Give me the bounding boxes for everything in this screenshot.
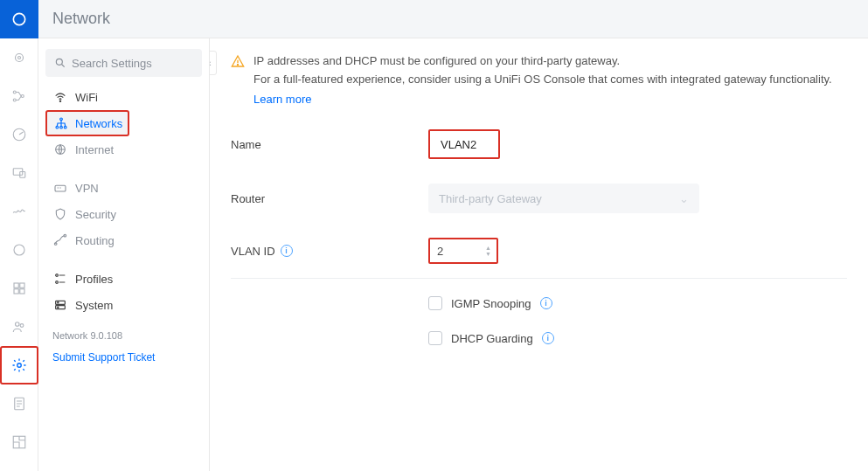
svg-point-20 [59, 100, 60, 101]
router-select: Third-party Gateway ⌄ [428, 184, 699, 213]
svg-point-19 [56, 59, 62, 65]
svg-rect-10 [14, 283, 18, 287]
svg-point-4 [13, 99, 16, 101]
svg-point-22 [56, 126, 59, 128]
svg-point-23 [60, 126, 63, 128]
svg-rect-13 [19, 289, 24, 294]
igmp-label: IGMP Snooping [451, 297, 531, 310]
svg-rect-26 [55, 185, 66, 191]
svg-point-1 [15, 54, 23, 62]
svg-point-24 [64, 126, 66, 128]
info-icon[interactable]: i [540, 297, 552, 309]
router-label: Router [231, 192, 428, 205]
svg-point-34 [58, 307, 59, 308]
rail-floorplan-icon[interactable] [0, 423, 38, 461]
rail-radar-icon[interactable] [0, 115, 38, 154]
globe-icon [52, 142, 68, 156]
svg-point-9 [14, 245, 24, 255]
profiles-icon [52, 272, 68, 286]
app-logo[interactable] [0, 0, 38, 38]
sidebar-item-label: WiFi [75, 91, 98, 104]
igmp-row[interactable]: IGMP Snooping i [428, 296, 847, 310]
vlan-label: VLAN ID [231, 245, 275, 258]
stepper-icon[interactable]: ▲▼ [485, 245, 491, 257]
dhcp-checkbox[interactable] [428, 331, 442, 345]
igmp-checkbox[interactable] [428, 296, 442, 310]
notice-line1: IP addresses and DHCP must be configured… [253, 54, 620, 67]
notice-line2: For a full-featured experience, consider… [253, 73, 832, 86]
network-icon [54, 116, 68, 130]
svg-point-3 [13, 91, 16, 94]
router-value: Third-party Gateway [439, 192, 542, 205]
svg-point-30 [56, 281, 59, 284]
warning-icon [231, 54, 245, 108]
search-icon [54, 57, 66, 69]
vlan-id-input[interactable]: 2 ▲▼ [428, 238, 498, 264]
rail-globe-icon[interactable] [0, 231, 38, 269]
dhcp-label: DHCP Guarding [451, 332, 533, 345]
svg-point-35 [237, 64, 238, 65]
svg-point-21 [60, 118, 63, 121]
routing-icon [52, 233, 68, 247]
shield-icon [52, 207, 68, 221]
sidebar-item-vpn[interactable]: VPN [45, 175, 202, 201]
svg-point-0 [13, 13, 24, 24]
system-icon [52, 298, 68, 312]
rail-device-icon[interactable] [0, 154, 38, 192]
version-text: Network 9.0.108 [45, 323, 202, 348]
sidebar-item-label: Networks [75, 117, 122, 130]
rail-topology-icon[interactable] [0, 77, 38, 115]
name-label: Name [231, 138, 428, 151]
rail-users-icon[interactable] [0, 308, 38, 346]
sidebar-item-wifi[interactable]: WiFi [45, 84, 202, 110]
rail-clients-icon[interactable] [0, 38, 38, 77]
sidebar-item-label: VPN [75, 182, 99, 195]
page-title: Network [52, 10, 110, 28]
svg-point-29 [56, 274, 59, 277]
svg-point-14 [15, 322, 19, 327]
search-input-wrap[interactable]: Search Settings [45, 49, 202, 77]
divider [231, 278, 847, 279]
search-placeholder: Search Settings [72, 57, 152, 70]
sidebar-item-system[interactable]: System [45, 292, 202, 318]
chevron-down-icon: ⌄ [679, 192, 689, 205]
rail-stats-icon[interactable] [0, 192, 38, 231]
sidebar-item-internet[interactable]: Internet [45, 136, 202, 163]
svg-point-2 [17, 57, 20, 59]
sidebar-item-label: Routing [75, 234, 115, 247]
sidebar-item-label: Internet [75, 143, 114, 156]
svg-rect-12 [14, 289, 18, 294]
sidebar-item-routing[interactable]: Routing [45, 227, 202, 253]
svg-point-16 [17, 364, 21, 368]
dhcp-row[interactable]: DHCP Guarding i [428, 331, 847, 345]
info-icon[interactable]: i [542, 332, 554, 344]
svg-rect-11 [19, 283, 24, 287]
sidebar-item-security[interactable]: Security [45, 201, 202, 227]
sidebar-item-label: Security [75, 208, 116, 221]
rail-settings-icon[interactable] [0, 346, 38, 384]
info-icon[interactable]: i [281, 245, 293, 257]
svg-point-5 [21, 95, 24, 98]
wifi-icon [52, 90, 68, 104]
rail-layers-icon[interactable] [0, 269, 38, 308]
svg-point-33 [58, 302, 59, 303]
page-header: Network [38, 0, 868, 38]
sidebar-item-profiles[interactable]: Profiles [45, 266, 202, 292]
rail-log-icon[interactable] [0, 384, 38, 423]
sidebar-item-networks[interactable]: Networks [45, 110, 129, 136]
vlan-value: 2 [437, 245, 443, 258]
learn-more-link[interactable]: Learn more [253, 91, 832, 109]
sidebar-item-label: Profiles [75, 273, 113, 286]
sidebar-item-label: System [75, 299, 113, 312]
svg-point-15 [20, 324, 24, 328]
name-input[interactable] [428, 129, 500, 159]
warning-notice: IP addresses and DHCP must be configured… [231, 52, 847, 108]
support-ticket-link[interactable]: Submit Support Ticket [45, 348, 202, 367]
vpn-icon [52, 181, 68, 195]
